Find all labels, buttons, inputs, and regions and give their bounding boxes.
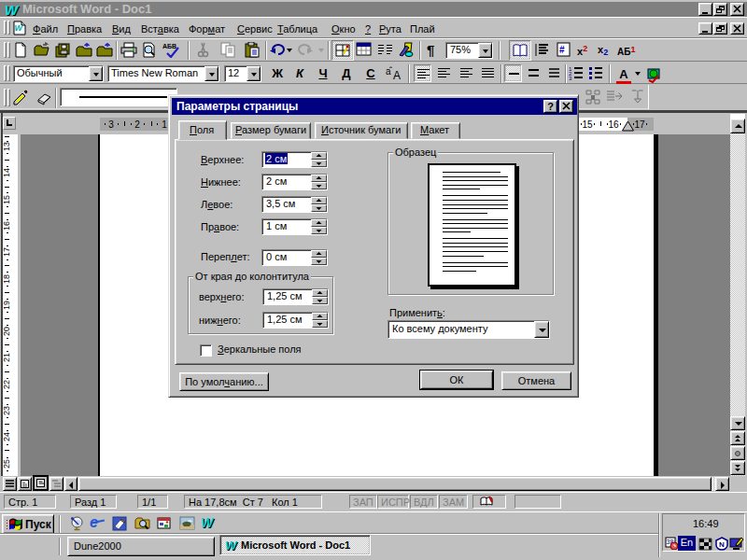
svg-text:#: # — [559, 45, 565, 55]
svg-text:АБВ: АБВ — [162, 43, 176, 49]
svg-text:3: 3 — [569, 76, 572, 81]
svg-text:N: N — [719, 540, 725, 549]
